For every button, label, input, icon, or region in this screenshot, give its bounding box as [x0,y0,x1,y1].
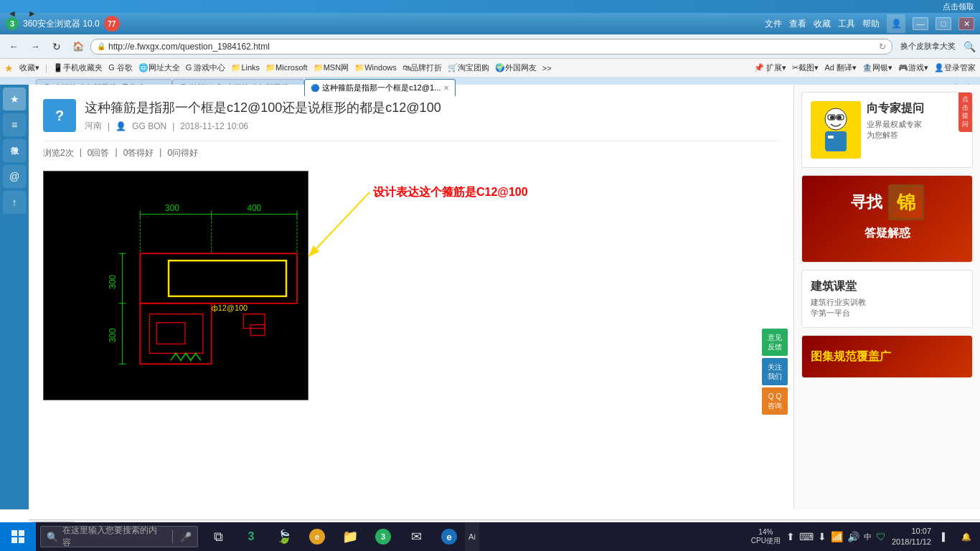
bm-translate[interactable]: Ad 翻译▾ [824,62,857,73]
sidebar-up-button[interactable]: ↑ [3,191,26,214]
menu-view[interactable]: 查看 [789,18,806,30]
forward-button[interactable]: → [26,37,44,56]
notification-btn[interactable]: 🔔 [958,522,974,551]
refresh-button[interactable]: ↻ [47,37,66,56]
taskbar-ie-icon[interactable]: e [433,522,465,551]
bm-login[interactable]: 👤登录管家 [934,62,976,73]
sidebar-star-button[interactable]: ★ [3,88,26,110]
atlas-title: 图集规范覆盖广 [811,349,891,364]
tab-back-button[interactable]: ◀ [3,6,22,20]
content-area[interactable]: ? 这种箍筋是指那一个框是c12@100还是说框形的都是c12@100 河南 |… [29,85,793,509]
maximize-button[interactable]: □ [936,17,951,30]
bm-favorites[interactable]: 收藏▾ [19,62,39,73]
bm-taobao[interactable]: 🛒淘宝团购 [448,62,489,73]
task-clock[interactable]: 10:07 2018/11/12 [892,526,931,548]
search-icon[interactable]: 🔍 [963,41,976,52]
tab-3[interactable]: 🔵 这种箍筋是指那一个框是c12@1... ✕ [304,79,456,96]
taskbar-browser-icon-2[interactable]: e [301,522,333,551]
main-area: ? 这种箍筋是指那一个框是c12@100还是说框形的都是c12@100 河南 |… [29,85,980,509]
svg-rect-36 [825,131,847,151]
menu-favorites[interactable]: 收藏 [814,18,831,30]
bm-netbank[interactable]: 🏦网银▾ [862,62,892,73]
svg-text:ф12@100: ф12@100 [212,303,248,312]
user-icon-inline: 👤 [116,121,126,131]
bm-windows[interactable]: 📁Windows [354,63,397,72]
search-divider [172,530,173,543]
taskbar-mail-icon[interactable]: ✉ [400,522,432,551]
bm-links[interactable]: 📁Links [231,63,260,72]
bm-nav[interactable]: 🌐网址大全 [138,62,180,73]
tray-up-icon[interactable]: ⬆ [786,531,795,542]
svg-text:300: 300 [108,328,118,342]
refresh-addr-icon[interactable]: ↻ [879,42,886,52]
back-button[interactable]: ← [4,37,23,56]
svg-text:300: 300 [165,203,179,213]
tray-network-icon[interactable]: 📶 [831,531,843,542]
close-button[interactable]: ✕ [958,17,974,30]
bm-microsoft[interactable]: 📁Microsoft [265,63,308,72]
taskbar: 🔍 在这里输入您要搜索的内容 🎤 ⧉ 3 🍃 e 📁 3 ✉ e Ai 14% … [0,522,980,551]
bm-foreign[interactable]: 🌍外国网友 [495,62,537,73]
show-desktop-button[interactable]: ▌ [937,522,953,551]
taskview-button[interactable]: ⧉ [202,522,234,551]
bm-games2[interactable]: 🎮游戏▾ [898,62,928,73]
tab-3-close[interactable]: ✕ [443,84,449,92]
user-icon[interactable]: 👤 [887,14,905,33]
skin-button[interactable]: 换个皮肤拿大奖 [895,37,961,56]
right-panel: 点击提问 [793,85,980,509]
classroom-subtitle: 建筑行业实训教学第一平台 [811,297,963,319]
menu-file[interactable]: 文件 [765,18,782,30]
bm-more[interactable]: >> [542,64,552,72]
voice-search-icon[interactable]: 🎤 [180,532,192,542]
classroom-panel[interactable]: 建筑课堂 建筑行业实训教学第一平台 [801,270,973,328]
promo-bar: 点击领取 [0,0,980,13]
ask-expert-title: 向专家提问 [867,101,924,116]
sidebar-menu-button[interactable]: ≡ [3,113,26,136]
ask-corner-btn[interactable]: 点击提问 [958,93,972,132]
home-button[interactable]: 🏠 [69,37,88,56]
titlebar-right: 文件 查看 收藏 工具 帮助 👤 — □ ✕ [765,14,974,33]
tab-3-favicon: 🔵 [311,84,319,92]
bm-extend[interactable]: 📌 扩展▾ [754,62,786,73]
svg-rect-38 [11,530,17,536]
minimize-button[interactable]: — [913,17,928,30]
menu-help[interactable]: 帮助 [862,18,880,30]
sidebar-weibo-button[interactable]: 微 [3,139,26,162]
expert-mascot [811,101,861,159]
clock-time: 10:07 [892,526,931,537]
taskbar-icon-2[interactable]: 🍃 [268,522,300,551]
address-input[interactable] [108,42,876,52]
tray-lang-icon[interactable]: 中 [864,532,872,542]
tray-keyboard-icon[interactable]: ⌨ [799,531,814,542]
lang-indicator[interactable]: Ai [465,522,479,551]
bm-brand[interactable]: 🛍品牌打折 [402,62,442,73]
start-button[interactable] [0,522,36,551]
bm-screenshot[interactable]: ✂截图▾ [792,62,819,73]
taskbar-search[interactable]: 🔍 在这里输入您要搜索的内容 🎤 [40,526,198,547]
svg-rect-39 [19,530,24,536]
taskbar-explorer-icon[interactable]: 📁 [334,522,366,551]
question-stats: 浏览2次 | 0回答 | 0答得好 | 0问得好 [43,147,779,159]
sidebar-mail-button[interactable]: @ [3,165,26,188]
bm-msn[interactable]: 📁MSN网 [314,62,349,73]
tab-forward-button[interactable]: ▶ [23,6,42,20]
taskbar-360-icon[interactable]: 3 [367,522,399,551]
menu-tools[interactable]: 工具 [838,18,855,30]
atlas-panel[interactable]: 图集规范覆盖广 [801,335,973,378]
bm-mobile[interactable]: 📱手机收藏夹 [53,62,103,73]
tray-shield-icon[interactable]: 🛡 [876,531,886,542]
bm-google[interactable]: G 谷歌 [108,62,133,73]
tray-volume-icon[interactable]: 🔊 [847,531,859,542]
taskbar-browser-icon[interactable]: 3 [235,522,267,551]
ask-expert-inner: 点击提问 [802,93,972,167]
stat-useful: 0问得好 [167,147,198,159]
secure-icon: 🔒 [97,42,105,50]
svg-rect-41 [19,537,24,543]
bm-games[interactable]: G 游戏中心 [186,62,226,73]
bookmark-star-icon[interactable]: ★ [4,62,14,74]
question-location: 河南 [85,120,102,132]
tray-down-icon[interactable]: ⬇ [818,531,826,542]
search-ad-content: 寻找 锦 答疑解惑 [802,176,972,262]
search-ad-panel: 寻找 锦 答疑解惑 意见反馈 关注我们 Q Q咨询 [801,175,973,263]
cad-drawing-svg: 300 400 300 300 [44,171,308,400]
